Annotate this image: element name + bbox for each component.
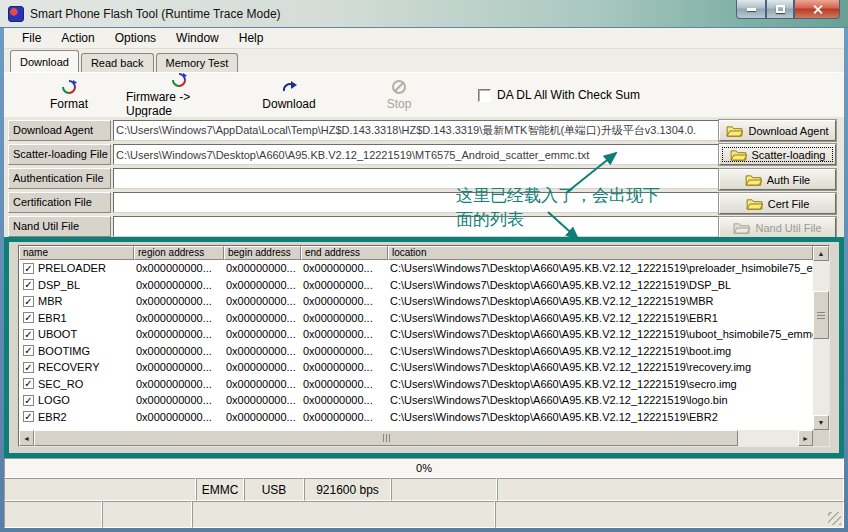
menu-window[interactable]: Window [166,29,229,47]
minimize-button[interactable] [736,0,766,19]
table-row[interactable]: ✓SEC_RO0x000000000...0x00000000...0x0000… [19,376,813,393]
tab-memory-test[interactable]: Memory Test [156,53,239,72]
column-region-address[interactable]: region address [134,246,224,260]
partition-name: BOOTIMG [38,345,90,357]
status-cell [4,478,196,501]
row-checkbox[interactable]: ✓ [23,395,34,406]
begin-address: 0x00000000... [224,411,301,423]
row-checkbox[interactable]: ✓ [23,378,34,389]
download-agent-row: Download Agent [4,120,844,141]
vertical-scrollbar[interactable]: ▲ ▼ [813,246,829,430]
horizontal-scrollbar[interactable]: ◄ ► [19,430,813,446]
table-row[interactable]: ✓BOOTIMG0x000000000...0x00000000...0x000… [19,343,813,360]
location: C:\Users\Windows7\Desktop\A660\A95.KB.V2… [388,312,813,324]
annotation-highlight-frame: name region address begin address end ad… [4,237,844,458]
end-address: 0x00000000... [301,394,388,406]
name-cell: ✓PRELOADER [19,262,134,274]
download-button[interactable]: Download [236,79,342,111]
end-address: 0x00000000... [301,411,388,423]
menu-file[interactable]: File [12,29,51,47]
status-emmc: EMMC [196,478,244,501]
region-address: 0x000000000... [134,312,224,324]
name-cell: ✓RECOVERY [19,361,134,373]
column-begin-address[interactable]: begin address [224,246,301,260]
table-row[interactable]: ✓UBOOT0x000000000...0x00000000...0x00000… [19,326,813,343]
scatter-file-input[interactable] [113,144,719,165]
firmware-upgrade-button[interactable]: Firmware -> Upgrade [126,72,232,118]
table-row[interactable]: ✓RECOVERY0x000000000...0x00000000...0x00… [19,359,813,376]
row-checkbox[interactable]: ✓ [23,345,34,356]
row-checkbox[interactable]: ✓ [23,312,34,323]
location: C:\Users\Windows7\Desktop\A660\A95.KB.V2… [388,328,813,340]
scroll-up-button[interactable]: ▲ [813,246,829,261]
menu-action[interactable]: Action [51,29,104,47]
download-icon [280,79,298,95]
region-address: 0x000000000... [134,295,224,307]
region-address: 0x000000000... [134,262,224,274]
table-row[interactable]: ✓EBR10x000000000...0x00000000...0x000000… [19,310,813,327]
tab-download[interactable]: Download [10,50,79,72]
status-bar: EMMC USB 921600 bps [4,478,844,501]
download-agent-input[interactable] [113,120,719,141]
horizontal-scroll-thumb[interactable] [34,430,738,446]
column-location[interactable]: location [388,246,813,260]
scroll-left-button[interactable]: ◄ [19,430,34,446]
scrollbar-corner [813,430,829,446]
name-cell: ✓EBR1 [19,312,134,324]
table-row[interactable]: ✓DSP_BL0x000000000...0x00000000...0x0000… [19,277,813,294]
checkbox-box [478,89,491,102]
location: C:\Users\Windows7\Desktop\A660\A95.KB.V2… [388,279,813,291]
table-row[interactable]: ✓EBR20x000000000...0x00000000...0x000000… [19,409,813,426]
partition-name: DSP_BL [38,279,80,291]
da-dl-checksum-checkbox[interactable]: DA DL All With Check Sum [478,88,640,102]
region-address: 0x000000000... [134,394,224,406]
resize-grip[interactable] [828,512,841,525]
thumb-grip-icon [817,312,825,319]
toolbar: Format Firmware -> Upgrade Download St [4,72,844,117]
format-button[interactable]: Format [16,79,122,111]
row-checkbox[interactable]: ✓ [23,362,34,373]
table-row[interactable]: ✓MBR0x000000000...0x00000000...0x0000000… [19,293,813,310]
column-end-address[interactable]: end address [301,246,388,260]
menu-options[interactable]: Options [105,29,166,47]
status-cell [497,478,844,501]
browse-scatter-button[interactable]: Scatter-loading [719,144,836,165]
stop-icon [391,79,407,95]
row-checkbox[interactable]: ✓ [23,263,34,274]
vertical-scroll-thumb[interactable] [813,291,829,339]
auth-file-label: Authentication File [8,168,111,189]
scatter-file-row: Scatter-loading File [4,144,844,165]
progress-label: 0% [416,462,432,474]
menu-bar: File Action Options Window Help [4,28,844,49]
location: C:\Users\Windows7\Desktop\A660\A95.KB.V2… [388,411,813,423]
nand-util-row: Nand Util File [4,216,844,237]
browse-cert-button[interactable]: Cert File [719,193,836,214]
close-button[interactable] [794,0,840,19]
row-checkbox[interactable]: ✓ [23,296,34,307]
scroll-right-button[interactable]: ► [798,430,813,446]
menu-help[interactable]: Help [229,29,274,47]
row-checkbox[interactable]: ✓ [23,279,34,290]
app-icon[interactable] [8,6,24,22]
maximize-button[interactable] [766,0,794,19]
folder-icon [733,222,750,234]
row-checkbox[interactable]: ✓ [23,329,34,340]
partition-name: EBR1 [38,312,67,324]
table-row[interactable]: ✓PRELOADER0x000000000...0x00000000...0x0… [19,260,813,277]
browse-nand-util-button[interactable]: Nand Util File [719,217,836,238]
scroll-down-button[interactable]: ▼ [813,415,829,430]
begin-address: 0x00000000... [224,262,301,274]
browse-auth-button[interactable]: Auth File [719,169,836,190]
stop-button[interactable]: Stop [346,79,452,111]
column-name[interactable]: name [19,246,134,260]
status-cell [102,501,192,528]
location: C:\Users\Windows7\Desktop\A660\A95.KB.V2… [388,394,813,406]
end-address: 0x00000000... [301,279,388,291]
table-row[interactable]: ✓LOGO0x000000000...0x00000000...0x000000… [19,392,813,409]
browse-download-agent-button[interactable]: Download Agent [719,120,836,141]
row-checkbox[interactable]: ✓ [23,411,34,422]
tab-read-back[interactable]: Read back [81,53,154,72]
status-bar-lower [4,501,844,528]
region-address: 0x000000000... [134,279,224,291]
cert-file-label: Certification File [8,192,111,213]
